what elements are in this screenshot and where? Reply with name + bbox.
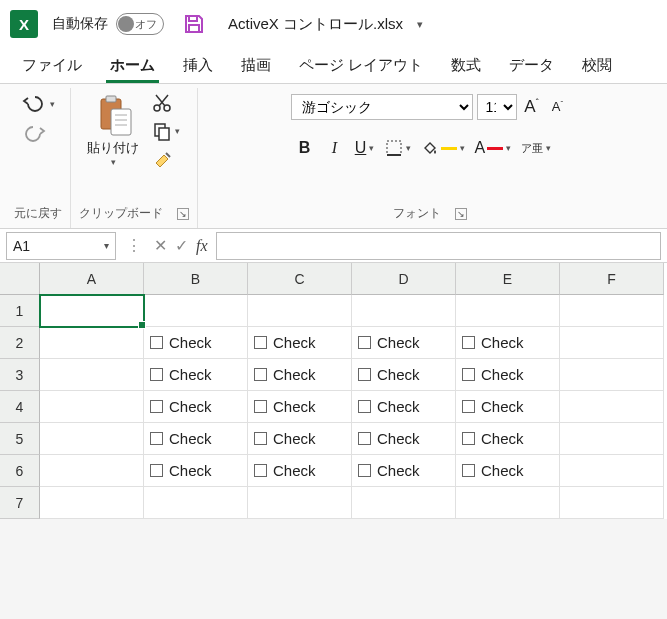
cell-A1[interactable] bbox=[40, 295, 144, 327]
row-header[interactable]: 7 bbox=[0, 487, 40, 519]
activex-checkbox[interactable]: Check bbox=[150, 398, 212, 415]
activex-checkbox[interactable]: Check bbox=[462, 366, 524, 383]
select-all-corner[interactable] bbox=[0, 263, 40, 295]
cell[interactable] bbox=[40, 359, 144, 391]
fx-icon[interactable]: fx bbox=[196, 237, 208, 255]
cell[interactable]: Check bbox=[352, 391, 456, 423]
activex-checkbox[interactable]: Check bbox=[358, 462, 420, 479]
save-button[interactable] bbox=[182, 12, 206, 36]
activex-checkbox[interactable]: Check bbox=[462, 334, 524, 351]
activex-checkbox[interactable]: Check bbox=[462, 430, 524, 447]
font-dialog-launcher[interactable]: ↘ bbox=[455, 208, 467, 220]
font-color-button[interactable]: A ▾ bbox=[471, 134, 516, 162]
tab-formulas[interactable]: 数式 bbox=[437, 50, 495, 83]
cell[interactable]: Check bbox=[456, 359, 560, 391]
autosave-toggle[interactable]: オフ bbox=[116, 13, 164, 35]
filename-dropdown-icon[interactable]: ▾ bbox=[417, 18, 423, 31]
cell[interactable] bbox=[560, 487, 664, 519]
cell[interactable]: Check bbox=[456, 391, 560, 423]
undo-button[interactable]: ▾ bbox=[16, 90, 60, 118]
row-header[interactable]: 5 bbox=[0, 423, 40, 455]
row-header[interactable]: 4 bbox=[0, 391, 40, 423]
tab-data[interactable]: データ bbox=[495, 50, 568, 83]
worksheet-grid[interactable]: A B C D E F 1 2 Check Check Check Check … bbox=[0, 263, 667, 519]
bold-button[interactable]: B bbox=[291, 134, 319, 162]
cell[interactable] bbox=[352, 487, 456, 519]
paste-button[interactable]: 貼り付け ▾ bbox=[83, 90, 143, 170]
row-header[interactable]: 2 bbox=[0, 327, 40, 359]
cell[interactable] bbox=[40, 423, 144, 455]
activex-checkbox[interactable]: Check bbox=[150, 334, 212, 351]
cell[interactable] bbox=[560, 295, 664, 327]
increase-font-button[interactable]: Aˆ bbox=[521, 95, 543, 119]
tab-draw[interactable]: 描画 bbox=[227, 50, 285, 83]
tab-insert[interactable]: 挿入 bbox=[169, 50, 227, 83]
fill-color-button[interactable]: ▾ bbox=[417, 134, 469, 162]
cell[interactable]: Check bbox=[352, 359, 456, 391]
phonetic-button[interactable]: ア亜 ▾ bbox=[517, 134, 555, 162]
cell[interactable]: Check bbox=[456, 327, 560, 359]
activex-checkbox[interactable]: Check bbox=[150, 430, 212, 447]
column-header[interactable]: E bbox=[456, 263, 560, 295]
activex-checkbox[interactable]: Check bbox=[150, 366, 212, 383]
activex-checkbox[interactable]: Check bbox=[462, 462, 524, 479]
cell[interactable]: Check bbox=[248, 359, 352, 391]
cell[interactable] bbox=[40, 487, 144, 519]
cell[interactable] bbox=[560, 327, 664, 359]
activex-checkbox[interactable]: Check bbox=[254, 398, 316, 415]
cancel-formula-icon[interactable]: ✕ bbox=[154, 236, 167, 255]
cell[interactable] bbox=[456, 295, 560, 327]
cell[interactable]: Check bbox=[144, 455, 248, 487]
row-header[interactable]: 1 bbox=[0, 295, 40, 327]
borders-button[interactable]: ▾ bbox=[381, 134, 415, 162]
cell[interactable]: Check bbox=[352, 327, 456, 359]
font-size-select[interactable]: 11 bbox=[477, 94, 517, 120]
activex-checkbox[interactable]: Check bbox=[358, 398, 420, 415]
cell[interactable] bbox=[456, 487, 560, 519]
filename-label[interactable]: ActiveX コントロール.xlsx bbox=[228, 15, 403, 34]
activex-checkbox[interactable]: Check bbox=[358, 430, 420, 447]
cell[interactable] bbox=[40, 327, 144, 359]
tab-home[interactable]: ホーム bbox=[96, 50, 169, 83]
cell[interactable]: Check bbox=[144, 423, 248, 455]
activex-checkbox[interactable]: Check bbox=[254, 334, 316, 351]
cell[interactable]: Check bbox=[352, 423, 456, 455]
activex-checkbox[interactable]: Check bbox=[254, 366, 316, 383]
cell[interactable] bbox=[248, 487, 352, 519]
font-name-select[interactable]: 游ゴシック bbox=[291, 94, 473, 120]
cell[interactable] bbox=[40, 455, 144, 487]
column-header[interactable]: A bbox=[40, 263, 144, 295]
cell[interactable] bbox=[248, 295, 352, 327]
more-icon[interactable]: ⋮ bbox=[126, 236, 142, 255]
cell[interactable] bbox=[560, 455, 664, 487]
cell[interactable]: Check bbox=[248, 455, 352, 487]
cell[interactable] bbox=[144, 295, 248, 327]
activex-checkbox[interactable]: Check bbox=[150, 462, 212, 479]
cell[interactable] bbox=[560, 423, 664, 455]
format-painter-button[interactable] bbox=[147, 146, 185, 174]
name-box[interactable]: A1 ▾ bbox=[6, 232, 116, 260]
row-header[interactable]: 6 bbox=[0, 455, 40, 487]
italic-button[interactable]: I bbox=[321, 134, 349, 162]
decrease-font-button[interactable]: Aˇ bbox=[547, 95, 569, 119]
column-header[interactable]: F bbox=[560, 263, 664, 295]
activex-checkbox[interactable]: Check bbox=[462, 398, 524, 415]
cell[interactable]: Check bbox=[456, 423, 560, 455]
column-header[interactable]: C bbox=[248, 263, 352, 295]
cut-button[interactable] bbox=[147, 90, 185, 116]
column-header[interactable]: D bbox=[352, 263, 456, 295]
column-header[interactable]: B bbox=[144, 263, 248, 295]
copy-button[interactable]: ▾ bbox=[147, 118, 185, 144]
activex-checkbox[interactable]: Check bbox=[358, 334, 420, 351]
redo-button[interactable] bbox=[16, 120, 60, 148]
cell[interactable] bbox=[352, 295, 456, 327]
tab-page-layout[interactable]: ページ レイアウト bbox=[285, 50, 437, 83]
clipboard-dialog-launcher[interactable]: ↘ bbox=[177, 208, 189, 220]
tab-file[interactable]: ファイル bbox=[8, 50, 96, 83]
cell[interactable]: Check bbox=[248, 327, 352, 359]
formula-input[interactable] bbox=[216, 232, 661, 260]
cell[interactable] bbox=[144, 487, 248, 519]
enter-formula-icon[interactable]: ✓ bbox=[175, 236, 188, 255]
tab-review[interactable]: 校閲 bbox=[568, 50, 626, 83]
row-header[interactable]: 3 bbox=[0, 359, 40, 391]
